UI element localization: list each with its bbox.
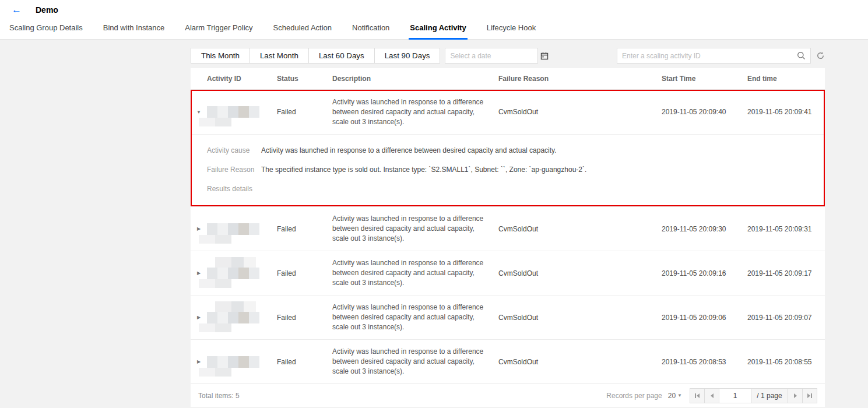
status-cell: Failed — [277, 225, 332, 233]
back-arrow-icon[interactable]: ← — [12, 5, 22, 15]
col-description: Description — [332, 75, 498, 83]
tab-bar: Scaling Group Details Bind with Instance… — [0, 18, 868, 40]
activity-id-redacted — [207, 268, 277, 279]
description-cell: Activity was launched in response to a d… — [332, 340, 498, 384]
filter-bar: This Month Last Month Last 60 Days Last … — [191, 48, 825, 64]
failure-reason-cell: CvmSoldOut — [498, 225, 662, 233]
activity-cause-label: Activity cause — [207, 146, 261, 155]
results-details-label: Results details — [207, 185, 261, 194]
activity-id-redacted — [207, 312, 277, 323]
col-failure-reason: Failure Reason — [498, 75, 662, 83]
failure-reason-cell: CvmSoldOut — [498, 314, 662, 322]
end-time-cell: 2019-11-05 20:08:55 — [747, 358, 825, 366]
range-last-60-days-button[interactable]: Last 60 Days — [308, 48, 375, 64]
status-cell: Failed — [277, 314, 332, 322]
description-cell: Activity was launched in response to a d… — [332, 90, 498, 134]
failure-reason-value: The specified instance type is sold out.… — [261, 166, 586, 174]
failure-reason-label: Failure Reason — [207, 166, 261, 174]
start-time-cell: 2019-11-05 20:09:06 — [662, 314, 747, 322]
end-time-cell: 2019-11-05 20:09:41 — [747, 108, 825, 116]
table-header-row: Activity ID Status Description Failure R… — [191, 68, 825, 90]
page-title: Demo — [36, 5, 58, 15]
activity-id-redacted — [207, 106, 277, 118]
page-count-label: / 1 page — [751, 388, 788, 403]
tab-lifecycle-hook[interactable]: Lifecycle Hook — [486, 20, 537, 40]
activity-detail-panel: Activity cause Activity was launched in … — [191, 134, 825, 206]
page-background: This Month Last Month Last 60 Days Last … — [0, 40, 868, 408]
status-cell: Failed — [277, 358, 332, 366]
tab-scaling-activity[interactable]: Scaling Activity — [409, 20, 467, 40]
start-time-cell: 2019-11-05 20:09:40 — [662, 108, 747, 116]
next-page-button[interactable] — [788, 388, 803, 403]
chevron-down-icon: ▼ — [677, 393, 682, 398]
pager-controls: / 1 page — [690, 388, 817, 403]
table-row[interactable]: ▶ Failed Activity was launched in respon… — [191, 339, 825, 384]
calendar-icon[interactable] — [540, 52, 549, 60]
table-row[interactable]: ▶ Failed Activity was launched in respon… — [191, 251, 825, 295]
date-picker[interactable] — [445, 48, 538, 64]
activity-cause-value: Activity was launched in response to a d… — [261, 146, 557, 155]
status-cell: Failed — [277, 269, 332, 277]
search-icon[interactable] — [797, 51, 806, 60]
start-time-cell: 2019-11-05 20:09:30 — [662, 225, 747, 233]
expand-arrow-icon[interactable]: ▶ — [191, 359, 207, 364]
last-page-button[interactable] — [802, 388, 817, 403]
scaling-activity-search[interactable] — [617, 48, 811, 64]
scaling-activity-table: Activity ID Status Description Failure R… — [191, 68, 825, 407]
highlighted-activity-block: ▼ Failed Activity was launched in respon… — [191, 90, 825, 206]
end-time-cell: 2019-11-05 20:09:31 — [747, 225, 825, 233]
current-page-box[interactable] — [719, 388, 751, 403]
table-row[interactable]: ▶ Failed Activity was launched in respon… — [191, 206, 825, 251]
date-range-button-group: This Month Last Month Last 60 Days Last … — [191, 48, 440, 64]
failure-reason-cell: CvmSoldOut — [498, 269, 662, 277]
tab-scheduled-action[interactable]: Scheduled Action — [272, 20, 333, 40]
tab-scaling-group-details[interactable]: Scaling Group Details — [8, 20, 84, 40]
table-row[interactable]: ▼ Failed Activity was launched in respon… — [191, 90, 825, 134]
activity-id-redacted — [207, 356, 277, 368]
first-page-button[interactable] — [690, 388, 705, 403]
range-last-90-days-button[interactable]: Last 90 Days — [374, 48, 441, 64]
tab-bind-with-instance[interactable]: Bind with Instance — [102, 20, 166, 40]
current-page-input[interactable] — [719, 392, 751, 400]
col-end-time: End time — [747, 75, 825, 83]
description-cell: Activity was launched in response to a d… — [332, 296, 498, 339]
end-time-cell: 2019-11-05 20:09:07 — [747, 314, 825, 322]
activity-id-redacted — [207, 223, 277, 235]
description-cell: Activity was launched in response to a d… — [332, 251, 498, 295]
failure-reason-cell: CvmSoldOut — [498, 108, 662, 116]
start-time-cell: 2019-11-05 20:09:16 — [662, 269, 747, 277]
refresh-icon[interactable] — [816, 51, 825, 60]
prev-page-button[interactable] — [704, 388, 719, 403]
search-input[interactable] — [622, 52, 797, 60]
end-time-cell: 2019-11-05 20:09:17 — [747, 269, 825, 277]
expand-arrow-icon[interactable]: ▶ — [191, 226, 207, 231]
tab-alarm-trigger-policy[interactable]: Alarm Trigger Policy — [184, 20, 254, 40]
pagination-bar: Total items: 5 Records per page 20 ▼ / 1… — [191, 384, 825, 407]
collapse-arrow-icon[interactable]: ▼ — [191, 110, 207, 115]
date-input[interactable] — [450, 52, 540, 60]
first-page-icon — [695, 393, 700, 398]
col-status: Status — [277, 75, 332, 83]
expand-arrow-icon[interactable]: ▶ — [191, 315, 207, 320]
range-this-month-button[interactable]: This Month — [191, 48, 250, 64]
start-time-cell: 2019-11-05 20:08:53 — [662, 358, 747, 366]
prev-page-icon — [711, 393, 714, 398]
table-row[interactable]: ▶ Failed Activity was launched in respon… — [191, 295, 825, 339]
range-last-month-button[interactable]: Last Month — [249, 48, 309, 64]
col-start-time: Start Time — [662, 75, 747, 83]
tab-notification[interactable]: Notification — [351, 20, 391, 40]
status-cell: Failed — [277, 108, 332, 116]
total-items-label: Total items: 5 — [198, 392, 240, 400]
failure-reason-cell: CvmSoldOut — [498, 358, 662, 366]
records-per-page-label: Records per page — [606, 392, 662, 400]
next-page-icon — [794, 393, 797, 398]
col-activity-id: Activity ID — [207, 75, 277, 83]
description-cell: Activity was launched in response to a d… — [332, 207, 498, 251]
last-page-icon — [807, 393, 812, 398]
topbar: ← Demo — [0, 0, 868, 18]
expand-arrow-icon[interactable]: ▶ — [191, 270, 207, 276]
total-items-count: 5 — [236, 392, 240, 400]
records-per-page-select[interactable]: 20 ▼ — [668, 392, 682, 400]
